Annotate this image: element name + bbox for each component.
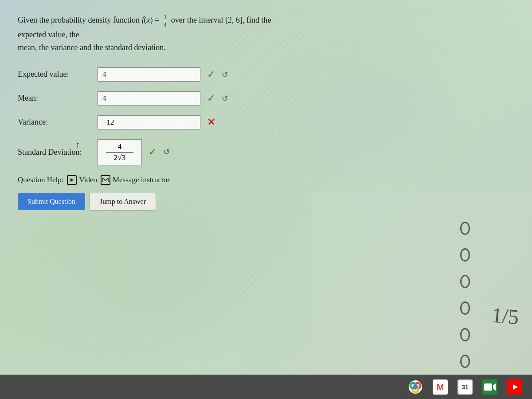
std-dev-denominator: 2√3 (106, 153, 133, 162)
ring-1 (460, 222, 470, 235)
problem-fraction: 14 (163, 13, 168, 28)
svg-text:M: M (437, 382, 444, 392)
ring-6 (460, 355, 470, 368)
expected-value-label: Expected value: (18, 70, 93, 79)
variance-wrong: ✕ (207, 117, 215, 128)
problem-text-line2: mean, the variance and the standard devi… (18, 43, 166, 52)
question-help: Question Help: Video Message instructor (18, 175, 293, 185)
question-help-label: Question Help: (18, 176, 63, 184)
variance-input[interactable] (98, 115, 200, 129)
fraction-numerator: 1 (163, 13, 168, 21)
svg-marker-12 (70, 178, 74, 182)
std-dev-redo[interactable]: ↺ (163, 147, 170, 157)
mean-label: Mean: (18, 94, 93, 103)
notebook-rings (460, 222, 470, 368)
expected-value-input[interactable] (98, 67, 200, 82)
message-instructor-link[interactable]: Message instructor (101, 175, 170, 185)
problem-text-before: Given the probability density function (18, 16, 141, 24)
chrome-taskbar-icon[interactable] (407, 379, 424, 395)
std-dev-row: Standard Deviation: 4 2√3 ✓ ↺ (18, 139, 293, 165)
youtube-taskbar-icon[interactable] (506, 379, 523, 395)
calendar-date: 31 (462, 383, 469, 391)
problem-function: f(x) = (141, 16, 161, 24)
message-label: Message instructor (113, 176, 170, 184)
taskbar: M 31 (0, 375, 532, 399)
variance-row: Variance: ✕ (18, 115, 293, 129)
jump-to-answer-button[interactable]: Jump to Answer (90, 193, 156, 211)
expected-value-check: ✓ (207, 69, 215, 80)
problem-statement: Given the probability density function f… (18, 13, 293, 54)
svg-rect-10 (310, 191, 532, 377)
ring-5 (460, 328, 470, 341)
gmail-taskbar-icon[interactable]: M (432, 379, 449, 395)
main-content: Given the probability density function f… (0, 0, 310, 224)
mean-check: ✓ (207, 93, 215, 104)
mean-redo[interactable]: ↺ (222, 94, 228, 103)
action-buttons: Submit Question Jump to Answer (18, 193, 293, 211)
video-help-link[interactable]: Video (67, 175, 97, 185)
calendar-taskbar-icon[interactable]: 31 (457, 379, 473, 395)
expected-value-redo[interactable]: ↺ (222, 70, 228, 79)
mean-row: Mean: ✓ ↺ (18, 91, 293, 106)
svg-point-6 (377, 9, 510, 124)
message-icon (101, 175, 110, 185)
meet-taskbar-icon[interactable] (481, 379, 498, 395)
ring-2 (460, 248, 470, 262)
mean-input[interactable] (98, 91, 200, 106)
svg-rect-20 (484, 383, 492, 391)
svg-point-4 (306, 89, 403, 177)
expected-value-row: Expected value: ✓ ↺ (18, 67, 293, 82)
submit-question-button[interactable]: Submit Question (18, 193, 85, 210)
cursor-indicator: ↑ (75, 140, 80, 150)
std-dev-label: Standard Deviation: (18, 148, 93, 157)
ring-3 (460, 275, 470, 288)
std-dev-numerator: 4 (106, 142, 133, 153)
fraction-denominator: 4 (163, 21, 168, 29)
variance-label: Variance: (18, 117, 93, 127)
std-dev-check: ✓ (149, 146, 156, 158)
ring-4 (460, 301, 470, 315)
std-dev-fraction-input[interactable]: 4 2√3 (98, 139, 142, 165)
handwritten-decoration: 1/5 (490, 302, 520, 329)
calendar-icon: 31 (458, 379, 473, 395)
svg-point-16 (414, 385, 418, 389)
video-label: Video (79, 176, 97, 184)
video-icon (67, 175, 77, 185)
